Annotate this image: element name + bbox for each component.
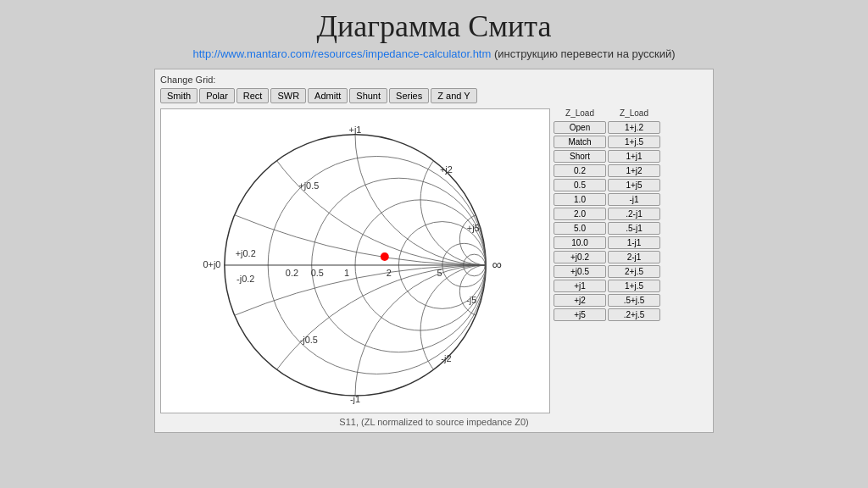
svg-text:5: 5 <box>437 268 442 278</box>
zload-btn-col2-11[interactable]: 1+j.5 <box>608 280 660 292</box>
grid-btn-admitt[interactable]: Admitt <box>308 88 348 103</box>
main-panel: Change Grid: SmithPolarRectSWRAdmittShun… <box>154 69 714 433</box>
sidebar-row: Match1+j.5 <box>554 136 664 148</box>
sidebar-row: 1.0-j1 <box>554 193 664 206</box>
zload-btn-col2-6[interactable]: .2-j1 <box>608 208 660 220</box>
zload-btn-col2-0[interactable]: 1+j.2 <box>608 121 660 134</box>
svg-text:2: 2 <box>387 268 392 278</box>
svg-text:+j0.2: +j0.2 <box>236 248 256 258</box>
sidebar-row: 0.21+j2 <box>554 164 664 177</box>
grid-btn-rect[interactable]: Rect <box>236 88 270 103</box>
zload-btn-col1-4[interactable]: 0.5 <box>554 179 606 191</box>
svg-text:+j5: +j5 <box>467 223 480 233</box>
resource-link[interactable]: http://www.mantaro.com/resources/impedan… <box>192 47 491 60</box>
zload-btn-col2-3[interactable]: 1+j2 <box>608 164 660 177</box>
zload-btn-col1-2[interactable]: Short <box>554 150 606 163</box>
sidebar-row: +j5.2+j.5 <box>554 308 664 321</box>
zload-btn-col1-9[interactable]: +j0.2 <box>554 251 606 263</box>
sidebar-row: +j11+j.5 <box>554 280 664 292</box>
svg-text:-j2: -j2 <box>441 353 451 363</box>
change-grid-label: Change Grid: <box>160 75 708 85</box>
sidebar-header: Z_Load Z_Load <box>554 108 664 118</box>
chart-caption: S11, (ZL normalized to source impedance … <box>160 417 708 427</box>
zload-btn-col1-1[interactable]: Match <box>554 136 606 148</box>
svg-text:-j1: -j1 <box>350 394 360 404</box>
zload-btn-col1-11[interactable]: +j1 <box>554 280 606 292</box>
grid-btn-series[interactable]: Series <box>389 88 429 103</box>
zload-btn-col1-12[interactable]: +j2 <box>554 294 606 307</box>
svg-text:0+j0: 0+j0 <box>203 259 220 269</box>
col2-header: Z_Load <box>608 108 660 118</box>
zload-btn-col2-7[interactable]: .5-j1 <box>608 222 660 235</box>
zload-btn-col2-4[interactable]: 1+j5 <box>608 179 660 191</box>
subtitle: http://www.mantaro.com/resources/impedan… <box>192 47 675 60</box>
zload-btn-col2-9[interactable]: 2-j1 <box>608 251 660 263</box>
zload-btn-col1-7[interactable]: 5.0 <box>554 222 606 235</box>
grid-btn-polar[interactable]: Polar <box>199 88 235 103</box>
grid-btn-shunt[interactable]: Shunt <box>349 88 387 103</box>
zload-btn-col2-10[interactable]: 2+j.5 <box>608 265 660 278</box>
sidebar-row: +j0.22-j1 <box>554 251 664 263</box>
svg-text:+j1: +j1 <box>349 125 362 135</box>
sidebar-row: +j2.5+j.5 <box>554 294 664 307</box>
svg-text:-j0.2: -j0.2 <box>236 274 254 284</box>
col1-header: Z_Load <box>554 108 606 118</box>
svg-text:-j0.5: -j0.5 <box>300 335 318 345</box>
svg-text:0.2: 0.2 <box>286 268 298 278</box>
subtitle-extra: (инструкцию перевести на русский) <box>491 47 675 60</box>
page-title: Диаграмма Смита <box>316 8 551 44</box>
svg-text:-j5: -j5 <box>466 295 476 305</box>
svg-text:+j0.5: +j0.5 <box>298 180 319 191</box>
zload-btn-col2-13[interactable]: .2+j.5 <box>608 308 660 321</box>
sidebar-row: Short1+j1 <box>554 150 664 163</box>
sidebar-row: 10.01-j1 <box>554 236 664 249</box>
zload-btn-col1-5[interactable]: 1.0 <box>554 193 606 206</box>
sidebar-row: +j0.52+j.5 <box>554 265 664 278</box>
sidebar-row: Open1+j.2 <box>554 121 664 134</box>
zload-btn-col2-5[interactable]: -j1 <box>608 193 660 206</box>
grid-btn-swr[interactable]: SWR <box>270 88 306 103</box>
sidebar-row: 5.0.5-j1 <box>554 222 664 235</box>
svg-text:1: 1 <box>344 268 349 278</box>
zload-btn-col1-10[interactable]: +j0.5 <box>554 265 606 278</box>
zload-btn-col1-13[interactable]: +j5 <box>554 308 606 321</box>
grid-btn-smith[interactable]: Smith <box>160 88 198 103</box>
grid-buttons: SmithPolarRectSWRAdmittShuntSeriesZ and … <box>160 88 708 103</box>
sidebar-row: 2.0.2-j1 <box>554 208 664 220</box>
zload-btn-col1-6[interactable]: 2.0 <box>554 208 606 220</box>
zload-btn-col2-1[interactable]: 1+j.5 <box>608 136 660 148</box>
svg-text:∞: ∞ <box>492 258 501 272</box>
svg-text:+j2: +j2 <box>440 164 453 175</box>
zload-btn-col1-0[interactable]: Open <box>554 121 606 134</box>
smith-chart[interactable]: +j1 +j0.5 +j2 +j5 +j0.2 0+j0 ∞ -j0.2 -j0… <box>160 108 550 413</box>
svg-text:0.5: 0.5 <box>311 268 324 278</box>
grid-btn-z-and-y[interactable]: Z and Y <box>431 88 476 103</box>
svg-point-37 <box>381 252 389 261</box>
zload-btn-col2-8[interactable]: 1-j1 <box>608 236 660 249</box>
zload-btn-col2-2[interactable]: 1+j1 <box>608 150 660 163</box>
sidebar-rows: Open1+j.2Match1+j.5Short1+j10.21+j20.51+… <box>554 121 664 321</box>
content-area: +j1 +j0.5 +j2 +j5 +j0.2 0+j0 ∞ -j0.2 -j0… <box>160 108 708 413</box>
zload-btn-col1-8[interactable]: 10.0 <box>554 236 606 249</box>
sidebar-row: 0.51+j5 <box>554 179 664 191</box>
zload-btn-col1-3[interactable]: 0.2 <box>554 164 606 177</box>
sidebar: Z_Load Z_Load Open1+j.2Match1+j.5Short1+… <box>554 108 664 413</box>
zload-btn-col2-12[interactable]: .5+j.5 <box>608 294 660 307</box>
